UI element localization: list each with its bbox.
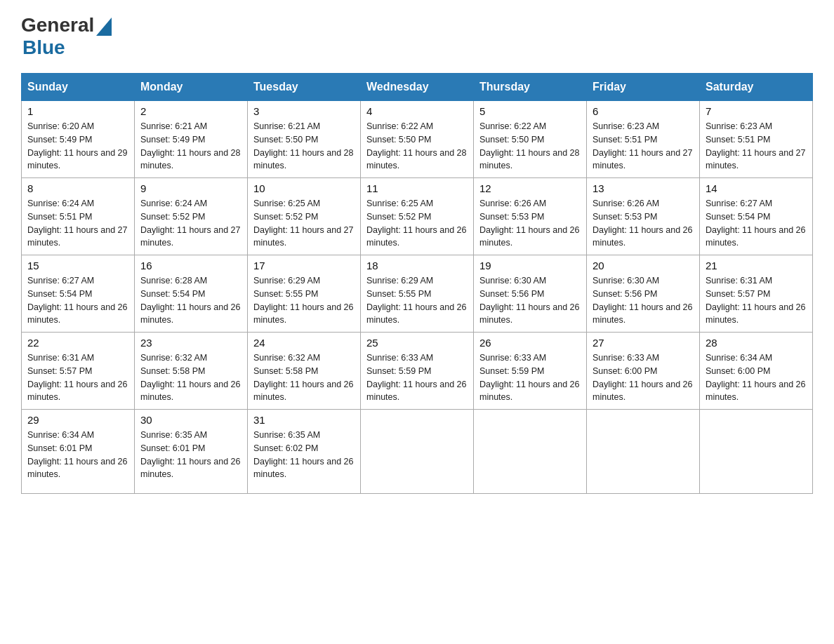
logo-blue-text: Blue <box>22 36 65 59</box>
day-number: 22 <box>27 337 128 349</box>
day-number: 9 <box>140 182 241 194</box>
day-info: Sunrise: 6:25 AMSunset: 5:52 PMDaylight:… <box>366 197 468 250</box>
day-number: 26 <box>479 337 581 349</box>
day-number: 15 <box>27 260 128 271</box>
logo-general-text: General <box>21 14 94 36</box>
calendar-cell <box>700 410 813 494</box>
day-info: Sunrise: 6:35 AMSunset: 6:02 PMDaylight:… <box>253 429 355 481</box>
day-number: 24 <box>253 337 355 349</box>
day-info: Sunrise: 6:28 AMSunset: 5:54 PMDaylight:… <box>140 274 241 327</box>
calendar-cell: 7Sunrise: 6:23 AMSunset: 5:51 PMDaylight… <box>700 101 813 178</box>
weekday-header-row: SundayMondayTuesdayWednesdayThursdayFrid… <box>22 74 813 101</box>
day-info: Sunrise: 6:20 AMSunset: 5:49 PMDaylight:… <box>27 120 128 173</box>
day-number: 2 <box>140 105 241 117</box>
day-number: 3 <box>253 105 355 117</box>
calendar-cell: 4Sunrise: 6:22 AMSunset: 5:50 PMDaylight… <box>361 101 474 178</box>
day-info: Sunrise: 6:33 AMSunset: 6:00 PMDaylight:… <box>593 351 694 404</box>
weekday-header-friday: Friday <box>587 74 700 101</box>
weekday-header-tuesday: Tuesday <box>248 74 361 101</box>
week-row-5: 29Sunrise: 6:34 AMSunset: 6:01 PMDayligh… <box>22 410 813 494</box>
calendar-cell: 18Sunrise: 6:29 AMSunset: 5:55 PMDayligh… <box>361 255 474 333</box>
calendar-cell: 26Sunrise: 6:33 AMSunset: 5:59 PMDayligh… <box>474 333 587 410</box>
day-info: Sunrise: 6:24 AMSunset: 5:52 PMDaylight:… <box>140 197 241 250</box>
calendar-cell: 3Sunrise: 6:21 AMSunset: 5:50 PMDaylight… <box>248 101 361 178</box>
day-info: Sunrise: 6:22 AMSunset: 5:50 PMDaylight:… <box>366 120 468 173</box>
day-info: Sunrise: 6:31 AMSunset: 5:57 PMDaylight:… <box>706 274 807 327</box>
day-info: Sunrise: 6:26 AMSunset: 5:53 PMDaylight:… <box>479 197 581 250</box>
calendar-cell: 27Sunrise: 6:33 AMSunset: 6:00 PMDayligh… <box>587 333 700 410</box>
calendar-cell: 29Sunrise: 6:34 AMSunset: 6:01 PMDayligh… <box>22 410 135 494</box>
day-info: Sunrise: 6:23 AMSunset: 5:51 PMDaylight:… <box>593 120 694 173</box>
day-number: 31 <box>253 414 355 426</box>
calendar-cell: 9Sunrise: 6:24 AMSunset: 5:52 PMDaylight… <box>135 178 248 255</box>
day-info: Sunrise: 6:24 AMSunset: 5:51 PMDaylight:… <box>27 197 128 250</box>
day-number: 20 <box>593 260 694 271</box>
day-info: Sunrise: 6:31 AMSunset: 5:57 PMDaylight:… <box>27 351 128 404</box>
calendar-cell: 22Sunrise: 6:31 AMSunset: 5:57 PMDayligh… <box>22 333 135 410</box>
day-number: 18 <box>366 260 468 271</box>
day-number: 30 <box>140 414 241 426</box>
calendar-table: SundayMondayTuesdayWednesdayThursdayFrid… <box>21 73 813 494</box>
calendar-cell: 31Sunrise: 6:35 AMSunset: 6:02 PMDayligh… <box>248 410 361 494</box>
day-number: 28 <box>706 337 807 349</box>
day-info: Sunrise: 6:30 AMSunset: 5:56 PMDaylight:… <box>479 274 581 327</box>
day-info: Sunrise: 6:27 AMSunset: 5:54 PMDaylight:… <box>27 274 128 327</box>
calendar-cell: 12Sunrise: 6:26 AMSunset: 5:53 PMDayligh… <box>474 178 587 255</box>
day-number: 21 <box>706 260 807 271</box>
calendar-cell: 16Sunrise: 6:28 AMSunset: 5:54 PMDayligh… <box>135 255 248 333</box>
svg-marker-0 <box>96 18 112 36</box>
logo-triangle-icon <box>96 18 112 36</box>
day-info: Sunrise: 6:34 AMSunset: 6:01 PMDaylight:… <box>27 429 128 481</box>
day-number: 13 <box>593 182 694 194</box>
calendar-cell: 8Sunrise: 6:24 AMSunset: 5:51 PMDaylight… <box>22 178 135 255</box>
calendar-cell: 1Sunrise: 6:20 AMSunset: 5:49 PMDaylight… <box>22 101 135 178</box>
weekday-header-saturday: Saturday <box>700 74 813 101</box>
calendar-cell: 10Sunrise: 6:25 AMSunset: 5:52 PMDayligh… <box>248 178 361 255</box>
day-number: 1 <box>27 105 128 117</box>
calendar-cell: 30Sunrise: 6:35 AMSunset: 6:01 PMDayligh… <box>135 410 248 494</box>
day-info: Sunrise: 6:21 AMSunset: 5:50 PMDaylight:… <box>253 120 355 173</box>
day-info: Sunrise: 6:33 AMSunset: 5:59 PMDaylight:… <box>479 351 581 404</box>
day-number: 8 <box>27 182 128 194</box>
calendar-cell: 17Sunrise: 6:29 AMSunset: 5:55 PMDayligh… <box>248 255 361 333</box>
calendar-cell: 15Sunrise: 6:27 AMSunset: 5:54 PMDayligh… <box>22 255 135 333</box>
day-info: Sunrise: 6:25 AMSunset: 5:52 PMDaylight:… <box>253 197 355 250</box>
weekday-header-wednesday: Wednesday <box>361 74 474 101</box>
day-number: 29 <box>27 414 128 426</box>
day-number: 10 <box>253 182 355 194</box>
logo: General Blue <box>21 14 112 59</box>
day-number: 27 <box>593 337 694 349</box>
week-row-4: 22Sunrise: 6:31 AMSunset: 5:57 PMDayligh… <box>22 333 813 410</box>
day-info: Sunrise: 6:29 AMSunset: 5:55 PMDaylight:… <box>366 274 468 327</box>
day-info: Sunrise: 6:26 AMSunset: 5:53 PMDaylight:… <box>593 197 694 250</box>
day-info: Sunrise: 6:30 AMSunset: 5:56 PMDaylight:… <box>593 274 694 327</box>
calendar-cell: 19Sunrise: 6:30 AMSunset: 5:56 PMDayligh… <box>474 255 587 333</box>
calendar-cell: 24Sunrise: 6:32 AMSunset: 5:58 PMDayligh… <box>248 333 361 410</box>
day-number: 14 <box>706 182 807 194</box>
day-info: Sunrise: 6:32 AMSunset: 5:58 PMDaylight:… <box>140 351 241 404</box>
week-row-3: 15Sunrise: 6:27 AMSunset: 5:54 PMDayligh… <box>22 255 813 333</box>
day-number: 11 <box>366 182 468 194</box>
calendar-cell: 13Sunrise: 6:26 AMSunset: 5:53 PMDayligh… <box>587 178 700 255</box>
calendar-cell: 2Sunrise: 6:21 AMSunset: 5:49 PMDaylight… <box>135 101 248 178</box>
day-number: 5 <box>479 105 581 117</box>
day-info: Sunrise: 6:29 AMSunset: 5:55 PMDaylight:… <box>253 274 355 327</box>
page-header: General Blue <box>21 14 813 59</box>
day-number: 6 <box>593 105 694 117</box>
day-number: 16 <box>140 260 241 271</box>
day-info: Sunrise: 6:33 AMSunset: 5:59 PMDaylight:… <box>366 351 468 404</box>
weekday-header-thursday: Thursday <box>474 74 587 101</box>
weekday-header-sunday: Sunday <box>22 74 135 101</box>
calendar-cell <box>587 410 700 494</box>
day-number: 19 <box>479 260 581 271</box>
day-number: 23 <box>140 337 241 349</box>
calendar-cell: 5Sunrise: 6:22 AMSunset: 5:50 PMDaylight… <box>474 101 587 178</box>
day-info: Sunrise: 6:27 AMSunset: 5:54 PMDaylight:… <box>706 197 807 250</box>
day-info: Sunrise: 6:21 AMSunset: 5:49 PMDaylight:… <box>140 120 241 173</box>
week-row-2: 8Sunrise: 6:24 AMSunset: 5:51 PMDaylight… <box>22 178 813 255</box>
day-info: Sunrise: 6:23 AMSunset: 5:51 PMDaylight:… <box>706 120 807 173</box>
calendar-cell: 11Sunrise: 6:25 AMSunset: 5:52 PMDayligh… <box>361 178 474 255</box>
day-number: 17 <box>253 260 355 271</box>
calendar-cell: 6Sunrise: 6:23 AMSunset: 5:51 PMDaylight… <box>587 101 700 178</box>
day-number: 25 <box>366 337 468 349</box>
